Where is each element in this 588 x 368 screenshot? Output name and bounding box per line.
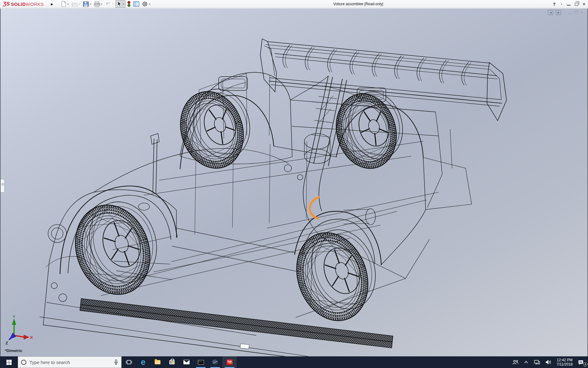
gear-icon [142, 1, 148, 7]
print-button[interactable]: ▼ [93, 0, 104, 8]
taskbar-app-mail[interactable] [179, 356, 194, 368]
command-prompt-icon: C:\_ [198, 360, 204, 365]
taskbar-app-edge[interactable]: e [136, 356, 150, 368]
feature-manager-collapsed-tab[interactable] [1, 179, 5, 193]
document-window-controls: ◀ ▶ × [548, 10, 583, 15]
design-table-button[interactable] [132, 0, 140, 8]
doc-minimize-button[interactable] [568, 13, 572, 14]
undo-icon [105, 1, 111, 7]
file-explorer-icon [155, 360, 160, 364]
clock-date: 7/11/2018 [557, 362, 573, 366]
doc-close-button[interactable]: × [580, 10, 583, 15]
wheel-rear-right[interactable] [328, 86, 411, 175]
taskbar-app-command-prompt[interactable]: C:\_ [194, 356, 208, 368]
axis-label-z: Z [6, 341, 8, 345]
mail-icon [183, 360, 190, 364]
minimize-button[interactable] [567, 5, 571, 6]
print-icon [94, 1, 100, 7]
network-button[interactable] [531, 356, 543, 368]
search-placeholder: Type here to search [29, 360, 111, 365]
help-button[interactable]: ? [553, 2, 556, 7]
brand-light: WORKS [26, 2, 44, 7]
solidworks-logo-icon: ƷS [3, 1, 10, 7]
wheel-front-right[interactable] [285, 221, 388, 330]
dropdown-caret-icon[interactable]: ▼ [112, 3, 114, 5]
traffic-light-icon [127, 1, 131, 7]
edrawings-icon [212, 359, 218, 365]
clock-time: 12:42 PM [557, 358, 573, 362]
taskbar-clock[interactable]: 12:42 PM 7/11/2018 [554, 356, 575, 368]
rebuild-button[interactable] [126, 0, 132, 8]
undo-button[interactable]: ▼ [104, 0, 115, 8]
front-grille-mesh[interactable] [80, 298, 393, 348]
task-view-button[interactable] [122, 356, 136, 368]
doc-restore-button[interactable] [575, 11, 578, 14]
volume-icon [545, 360, 552, 365]
volume-button[interactable] [543, 356, 554, 368]
taskbar-app-edrawings[interactable] [208, 356, 222, 368]
edge-icon: e [141, 358, 145, 366]
windows-taskbar: Type here to search e C:\_ SW 2017 [0, 356, 588, 368]
new-document-icon [61, 1, 66, 7]
taskbar-app-file-explorer[interactable] [150, 356, 165, 368]
solidworks-logo: ƷS SOLIDWORKS [0, 1, 48, 7]
microphone-icon[interactable] [114, 359, 118, 365]
network-icon [534, 360, 540, 365]
search-input[interactable]: Type here to search [18, 356, 122, 368]
window-controls: ? ▼ × [553, 0, 586, 8]
taskbar-app-solidworks-2017[interactable]: SW 2017 [222, 356, 237, 368]
splitter-fragment[interactable] [240, 344, 249, 349]
select-cursor-icon [117, 1, 122, 7]
dropdown-caret-icon[interactable]: ▼ [67, 3, 69, 5]
open-icon [72, 1, 78, 7]
view-orientation-label: *Dimetric [5, 348, 22, 353]
main-toolbar: ▼ ▼ ▼ ▼ ▼ ▼ ▼ [60, 0, 152, 8]
brand-bold: SOLID [11, 2, 26, 7]
solidworks-brand-text: SOLIDWORKS [11, 2, 44, 7]
design-table-icon [133, 1, 139, 7]
save-button[interactable]: ▼ [82, 0, 92, 8]
sw-year: 2017 [228, 361, 232, 366]
dropdown-caret-icon[interactable]: ▼ [78, 3, 81, 5]
chevron-up-icon [524, 361, 528, 364]
dropdown-caret-icon[interactable]: ▼ [89, 3, 92, 5]
axis-label-x: X [30, 335, 33, 340]
new-document-button[interactable]: ▼ [60, 0, 70, 8]
document-title: Voiture assomblee [Read-only] [333, 0, 383, 8]
save-icon [83, 1, 89, 7]
taskbar-app-store[interactable] [165, 356, 179, 368]
options-button[interactable]: ▼ [141, 0, 152, 8]
task-view-icon [126, 360, 132, 365]
close-button[interactable]: × [582, 2, 586, 7]
wireframe-car-model[interactable]: Y X Z [0, 9, 588, 356]
help-dropdown-caret-icon[interactable]: ▼ [560, 3, 563, 5]
store-icon [169, 360, 175, 364]
graphics-viewport[interactable]: Y X Z ◀ ▶ × *Dimetric [0, 9, 588, 356]
hidden-icons-button[interactable] [521, 356, 531, 368]
people-button[interactable] [510, 356, 521, 368]
windows-logo-icon [6, 360, 12, 365]
action-center-button[interactable]: 2 [575, 356, 588, 368]
dropdown-caret-icon[interactable]: ▼ [101, 3, 103, 5]
start-button[interactable] [0, 356, 18, 368]
people-icon [512, 360, 518, 365]
solidworks-2017-icon: SW 2017 [227, 359, 233, 365]
notification-badge: 2 [583, 362, 587, 366]
menu-flyout-arrow-icon[interactable]: ▶ [51, 2, 53, 6]
system-tray: 12:42 PM 7/11/2018 2 [510, 356, 588, 368]
next-view-button[interactable]: ▶ [556, 10, 561, 15]
open-button[interactable]: ▼ [71, 0, 81, 8]
previous-view-button[interactable]: ◀ [548, 10, 553, 15]
dropdown-caret-icon[interactable]: ▼ [149, 3, 151, 5]
cortana-icon [21, 360, 26, 365]
restore-button[interactable] [575, 3, 578, 6]
app-titlebar: ƷS SOLIDWORKS ▶ ▼ ▼ ▼ ▼ ▼ ▼ [0, 0, 588, 8]
dropdown-caret-icon[interactable]: ▼ [122, 3, 124, 5]
axis-label-y: Y [13, 314, 15, 319]
select-tool-button[interactable]: ▼ [115, 0, 126, 8]
orientation-triad: Y X Z [6, 314, 33, 345]
